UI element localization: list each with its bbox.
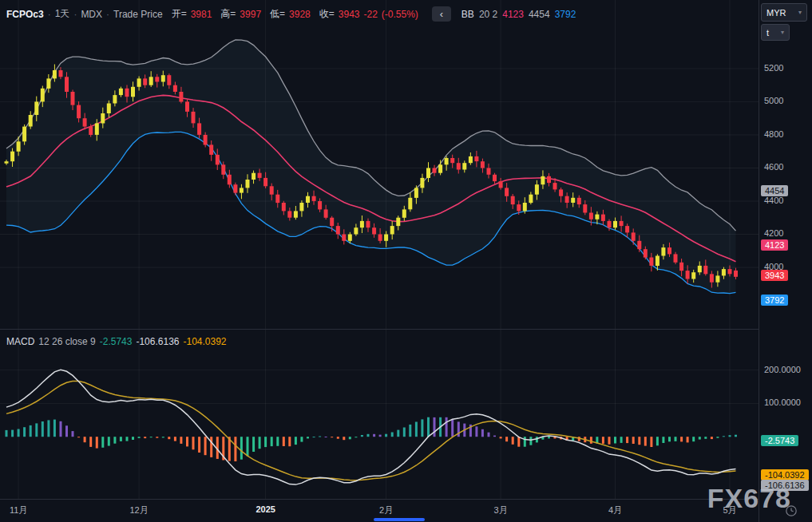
- macd-histogram: [6, 417, 738, 461]
- chart-column: FCPOc3 · 1天 · MDX · Trade Price 开=3981 高…: [0, 0, 759, 522]
- timeline-scrollbar-thumb[interactable]: [374, 518, 425, 521]
- time-axis-label: 4月: [603, 504, 628, 516]
- open-label: 开=: [172, 7, 187, 21]
- macd-line-value: -106.6136: [136, 336, 179, 347]
- price-legend: FCPOc3 · 1天 · MDX · Trade Price 开=3981 高…: [6, 6, 576, 22]
- price-axis-label: 5200: [764, 63, 783, 73]
- macd-signal-value: -104.0392: [183, 336, 226, 347]
- bb-indicator-legend[interactable]: BB 20 2 4123 4454 3792: [461, 9, 576, 20]
- time-axis-label: 11月: [6, 504, 31, 516]
- macd-line: [6, 370, 736, 484]
- close-label: 收=: [319, 7, 335, 21]
- macd-signal-badge: -104.0392: [761, 469, 809, 480]
- bb-params: 20 2: [479, 9, 497, 20]
- macd-pane[interactable]: MACD 12 26 close 9 -2.5743 -106.6136 -10…: [0, 330, 759, 499]
- price-axis-label: 4800: [764, 129, 783, 139]
- separator: ·: [48, 9, 51, 20]
- time-axis-label: 5月: [717, 504, 743, 516]
- time-axis-label: 3月: [488, 504, 513, 516]
- time-axis[interactable]: 11月12月20252月3月4月5月: [0, 500, 759, 522]
- price-pane[interactable]: FCPOc3 · 1天 · MDX · Trade Price 开=3981 高…: [0, 0, 759, 329]
- price-scale-column[interactable]: MYR ▾ t ▾ 520050004800460044004200400020…: [759, 0, 812, 522]
- macd-params: 12 26 close 9: [38, 336, 95, 347]
- time-axis-label: 2025: [253, 504, 279, 514]
- time-axis-label: 2月: [374, 504, 399, 516]
- bb-upper-value: 4454: [529, 9, 550, 20]
- collapse-legend-button[interactable]: ‹: [432, 6, 451, 22]
- price-axis-label: 4200: [764, 228, 783, 238]
- chevron-down-icon: ▾: [798, 9, 802, 16]
- macd-hist-value: -2.5743: [100, 336, 133, 347]
- change-percent: (-0.55%): [382, 9, 418, 20]
- axis-divider: [759, 0, 759, 522]
- bb-title: BB: [461, 9, 474, 20]
- macd-grid: [0, 330, 759, 499]
- time-axis-label: 12月: [126, 504, 152, 516]
- price-axis-label: 5000: [764, 96, 783, 105]
- currency-label: MYR: [766, 8, 786, 18]
- high-label: 高=: [220, 7, 236, 21]
- interval-label[interactable]: 1天: [55, 7, 70, 21]
- symbol-name[interactable]: FCPOc3: [6, 9, 44, 20]
- bb-basis-badge: 4123: [761, 239, 788, 251]
- macd-line-badge: -106.6136: [761, 480, 809, 491]
- macd-chart-canvas[interactable]: [0, 330, 759, 499]
- unit-label: t: [766, 28, 769, 38]
- chevron-down-icon: ▾: [781, 29, 784, 36]
- currency-select[interactable]: MYR ▾: [761, 3, 807, 22]
- open-value: 3981: [191, 9, 212, 20]
- last-price-badge: 3943: [761, 270, 788, 281]
- price-axis-label: 4600: [764, 162, 783, 172]
- bb-upper-badge: 4454: [761, 185, 788, 196]
- close-value: 3943: [339, 9, 360, 20]
- series-type-label: Trade Price: [113, 9, 163, 20]
- unit-select[interactable]: t ▾: [761, 24, 790, 41]
- price-axis-label: 4400: [764, 196, 783, 205]
- clock-icon[interactable]: [785, 504, 798, 517]
- macd-signal-line: [6, 382, 736, 480]
- high-value: 3997: [240, 9, 261, 20]
- change-value: -22: [364, 9, 378, 20]
- pane-divider[interactable]: [0, 329, 759, 330]
- trading-chart-app: FCPOc3 · 1天 · MDX · Trade Price 开=3981 高…: [0, 0, 812, 522]
- macd-legend[interactable]: MACD 12 26 close 9 -2.5743 -106.6136 -10…: [6, 336, 227, 347]
- macd-title: MACD: [6, 336, 34, 347]
- bb-basis-value: 4123: [502, 9, 524, 20]
- low-label: 低=: [270, 7, 285, 21]
- macd-axis-label: 100.0000: [764, 397, 801, 407]
- time-axis-divider: [0, 499, 759, 500]
- macd-hist-badge: -2.5743: [761, 435, 798, 446]
- price-chart-canvas[interactable]: [0, 0, 759, 329]
- bb-lower-value: 3792: [555, 9, 576, 20]
- macd-axis-label: 200.0000: [764, 365, 801, 374]
- exchange-label: MDX: [81, 9, 102, 20]
- low-value: 3928: [289, 9, 311, 20]
- separator: ·: [106, 9, 109, 20]
- bb-lower-badge: 3792: [761, 295, 788, 306]
- separator: ·: [73, 9, 77, 20]
